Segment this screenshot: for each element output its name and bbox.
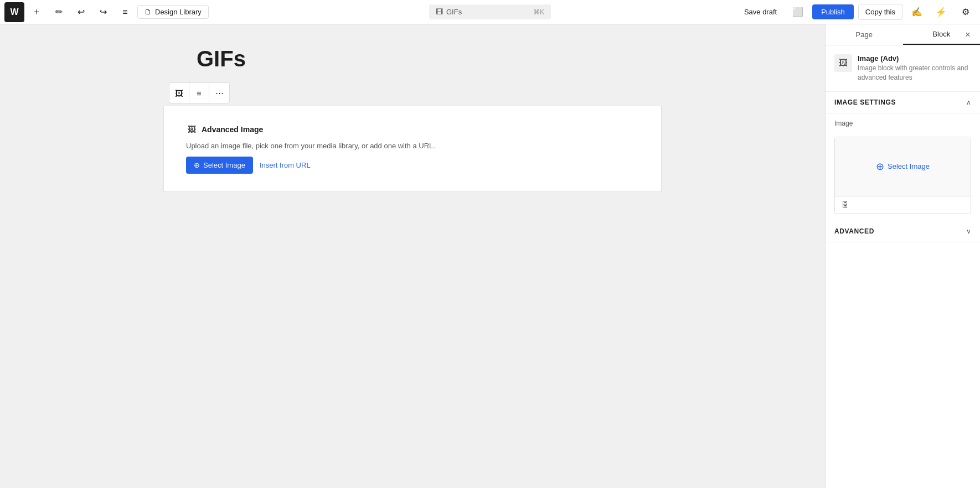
advanced-chevron-icon: ∨ [966,227,971,235]
image-label-row: Image [826,113,980,130]
preview-button[interactable]: ⬜ [788,2,808,22]
block-list-tool-button[interactable]: ≡ [189,83,209,103]
redo-icon: ↪ [100,7,107,17]
block-description: Upload an image file, pick one from your… [186,142,639,150]
advanced-section-title: Advanced [834,227,874,235]
list-view-icon: ≡ [122,7,127,17]
search-shortcut: ⌘K [533,8,544,16]
wp-logo-icon: W [10,7,18,17]
block-more-icon: ⋯ [215,88,224,98]
plus-circle-icon: ⊕ [194,161,200,169]
toolbar-right: Save draft ⬜ Publish Copy this ✍ ⚡ ⚙ [737,2,976,22]
gif-icon: 🎞 [436,8,443,16]
pencil-icon: ✏ [55,7,63,17]
image-settings-chevron-icon: ∧ [966,98,971,106]
image-preview-box[interactable]: ⊕ Select Image [835,137,971,196]
sidebar-select-image-button[interactable]: ⊕ Select Image [869,157,936,176]
toolbar: W ＋ ✏ ↩ ↪ ≡ 🗋 Design Library 🎞 GIFs ⌘K S… [0,0,980,24]
copy-this-button[interactable]: Copy this [858,4,902,20]
image-preview-area: ⊕ Select Image 🗄 [834,137,971,214]
block-info-title: Image (Adv) [858,54,971,63]
block-header: 🖼 Advanced Image [186,124,639,135]
sidebar-select-image-label: Select Image [888,162,930,170]
add-block-button[interactable]: ＋ [27,2,47,22]
image-field-label: Image [834,120,853,127]
block-image-icon: 🖼 [175,89,183,98]
document-title-button[interactable]: 🗋 Design Library [137,5,209,19]
block-toolbar-wrapper: 🖼 ≡ ⋯ [163,82,662,103]
block-image-tool-button[interactable]: 🖼 [169,83,189,103]
sidebar-plus-circle-icon: ⊕ [876,160,884,173]
plugin-icon: ⚡ [936,7,947,17]
page-title[interactable]: GIFs [163,46,662,71]
undo-button[interactable]: ↩ [71,2,91,22]
select-image-button[interactable]: ⊕ Select Image [186,157,253,174]
editor-area: GIFs 🖼 ≡ ⋯ 🖼 Advanced Image Upload an [0,24,825,488]
edit-tool-button[interactable]: ✏ [49,2,69,22]
search-text: GIFs [446,8,462,16]
block-list-icon: ≡ [197,89,202,98]
document-title-label: Design Library [155,8,202,16]
plus-icon: ＋ [32,6,41,18]
settings-icon: ⚙ [962,7,969,17]
main-layout: GIFs 🖼 ≡ ⋯ 🖼 Advanced Image Upload an [0,24,980,488]
editor-view-button[interactable]: ✍ [907,2,927,22]
tab-page[interactable]: Page [826,24,903,45]
undo-icon: ↩ [78,7,85,17]
image-settings-header[interactable]: Image settings ∧ [826,92,980,113]
command-search-bar[interactable]: 🎞 GIFs ⌘K [429,4,551,19]
block-info-section: 🖼 Image (Adv) Image block with greater c… [826,45,980,92]
right-sidebar: Page Block × 🖼 Image (Adv) Image block w… [825,24,980,488]
publish-button[interactable]: Publish [812,4,854,19]
list-view-button[interactable]: ≡ [115,2,135,22]
insert-from-url-link[interactable]: Insert from URL [260,161,311,169]
image-settings-section: Image settings ∧ Image ⊕ Select Image 🗄 [826,92,980,221]
advanced-image-icon: 🖼 [186,124,197,135]
block-info-description: Image block with greater controls and ad… [858,64,971,82]
editor-view-icon: ✍ [911,7,922,17]
block-info-icon: 🖼 [834,54,852,72]
select-image-label: Select Image [203,161,245,169]
document-icon: 🗋 [145,8,152,16]
block-more-tool-button[interactable]: ⋯ [209,83,229,103]
sidebar-close-button[interactable]: × [960,27,976,43]
advanced-image-block: 🖼 Advanced Image Upload an image file, p… [163,106,662,192]
image-preview-footer: 🗄 [835,196,971,214]
database-icon: 🗄 [842,201,849,209]
block-info-text: Image (Adv) Image block with greater con… [858,54,971,82]
block-title: Advanced Image [202,125,263,134]
wp-logo-button[interactable]: W [4,2,24,22]
sidebar-tabs: Page Block × [826,24,980,45]
block-actions: ⊕ Select Image Insert from URL [186,157,639,174]
plugin-button[interactable]: ⚡ [931,2,951,22]
image-settings-title: Image settings [834,98,896,106]
toolbar-left: W ＋ ✏ ↩ ↪ ≡ 🗋 Design Library [4,2,209,22]
redo-button[interactable]: ↪ [93,2,113,22]
settings-toggle-button[interactable]: ⚙ [956,2,976,22]
toolbar-center: 🎞 GIFs ⌘K [429,4,551,19]
advanced-section-header[interactable]: Advanced ∨ [826,221,980,242]
preview-icon: ⬜ [792,7,803,17]
save-draft-button[interactable]: Save draft [737,4,783,19]
block-toolbar: 🖼 ≡ ⋯ [169,82,230,103]
